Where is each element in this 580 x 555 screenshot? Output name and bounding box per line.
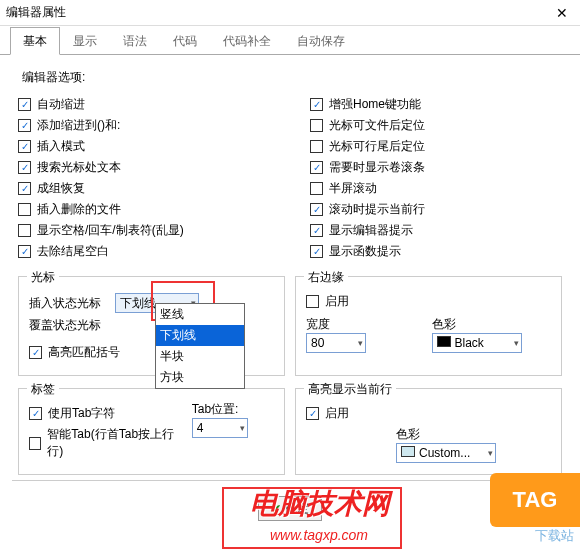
left-opt-label-7: 去除结尾空白 xyxy=(37,243,109,260)
close-icon[interactable]: ✕ xyxy=(550,5,574,21)
margin-color-label: 色彩 xyxy=(432,316,552,333)
cursor-opt-3[interactable]: 方块 xyxy=(156,367,244,388)
smart-tab-label: 智能Tab(行首Tab按上行行) xyxy=(47,426,181,460)
tab-pos-label: Tab位置: xyxy=(192,401,274,418)
cursor-dropdown[interactable]: 竖线 下划线 半块 方块 xyxy=(155,303,245,389)
cursor-opt-2[interactable]: 半块 xyxy=(156,346,244,367)
smart-tab-checkbox[interactable] xyxy=(29,437,41,450)
color-swatch-black xyxy=(437,336,451,347)
right-opt-checkbox-5[interactable]: ✓ xyxy=(310,203,323,216)
editor-options-label: 编辑器选项: xyxy=(22,69,562,86)
left-opt-label-2: 插入模式 xyxy=(37,138,85,155)
right-opt-label-1: 光标可文件后定位 xyxy=(329,117,425,134)
cursor-opt-0[interactable]: 竖线 xyxy=(156,304,244,325)
right-opt-label-4: 半屏滚动 xyxy=(329,180,377,197)
left-opt-checkbox-2[interactable]: ✓ xyxy=(18,140,31,153)
right-opt-checkbox-6[interactable]: ✓ xyxy=(310,224,323,237)
left-opt-checkbox-7[interactable]: ✓ xyxy=(18,245,31,258)
left-opt-label-4: 成组恢复 xyxy=(37,180,85,197)
margin-width-combo[interactable]: 80 ▾ xyxy=(306,333,366,353)
hl-color-value: Custom... xyxy=(419,446,470,460)
chevron-down-icon: ▾ xyxy=(358,338,363,348)
margin-color-value: Black xyxy=(455,336,484,350)
tab-syntax[interactable]: 语法 xyxy=(110,27,160,55)
right-opt-checkbox-0[interactable]: ✓ xyxy=(310,98,323,111)
right-opt-checkbox-4[interactable] xyxy=(310,182,323,195)
color-swatch-custom xyxy=(401,446,415,457)
margin-width-label: 宽度 xyxy=(306,316,426,333)
tabs-group-title: 标签 xyxy=(27,381,59,398)
left-opt-checkbox-1[interactable]: ✓ xyxy=(18,119,31,132)
left-opt-checkbox-0[interactable]: ✓ xyxy=(18,98,31,111)
tab-code[interactable]: 代码 xyxy=(160,27,210,55)
highlight-brackets-checkbox[interactable]: ✓ xyxy=(29,346,42,359)
watermark-brand: 电脑技术网 xyxy=(250,485,390,523)
window-title: 编辑器属性 xyxy=(6,4,550,21)
right-opt-label-3: 需要时显示卷滚条 xyxy=(329,159,425,176)
margin-color-combo[interactable]: Black ▾ xyxy=(432,333,522,353)
right-opt-label-2: 光标可行尾后定位 xyxy=(329,138,425,155)
tab-pos-combo[interactable]: 4 ▾ xyxy=(192,418,248,438)
right-opt-checkbox-1[interactable] xyxy=(310,119,323,132)
tag-badge: TAG xyxy=(490,473,580,527)
chevron-down-icon: ▾ xyxy=(488,448,493,458)
chevron-down-icon: ▾ xyxy=(514,338,519,348)
use-tab-checkbox[interactable]: ✓ xyxy=(29,407,42,420)
right-opt-label-5: 滚动时提示当前行 xyxy=(329,201,425,218)
right-opt-checkbox-2[interactable] xyxy=(310,140,323,153)
overwrite-cursor-label: 覆盖状态光标 xyxy=(29,317,109,334)
highlight-brackets-label: 高亮匹配括号 xyxy=(48,344,120,361)
left-opt-label-3: 搜索光标处文本 xyxy=(37,159,121,176)
right-opt-checkbox-7[interactable]: ✓ xyxy=(310,245,323,258)
cursor-group-title: 光标 xyxy=(27,269,59,286)
tab-pos-value: 4 xyxy=(197,421,204,435)
left-opt-label-1: 添加缩进到()和: xyxy=(37,117,120,134)
margin-enable-checkbox[interactable] xyxy=(306,295,319,308)
tab-basic[interactable]: 基本 xyxy=(10,27,60,55)
hl-enable-label: 启用 xyxy=(325,405,349,422)
left-opt-checkbox-4[interactable]: ✓ xyxy=(18,182,31,195)
left-opt-label-5: 插入删除的文件 xyxy=(37,201,121,218)
margin-width-value: 80 xyxy=(311,336,324,350)
hl-enable-checkbox[interactable]: ✓ xyxy=(306,407,319,420)
right-opt-label-7: 显示函数提示 xyxy=(329,243,401,260)
highlight-line-group-title: 高亮显示当前行 xyxy=(304,381,396,398)
right-margin-group-title: 右边缘 xyxy=(304,269,348,286)
hl-color-label: 色彩 xyxy=(396,426,551,443)
tab-display[interactable]: 显示 xyxy=(60,27,110,55)
left-opt-checkbox-5[interactable] xyxy=(18,203,31,216)
use-tab-label: 使用Tab字符 xyxy=(48,405,115,422)
left-opt-label-0: 自动缩进 xyxy=(37,96,85,113)
left-opt-checkbox-3[interactable]: ✓ xyxy=(18,161,31,174)
watermark-url: www.tagxp.com xyxy=(270,527,368,543)
divider xyxy=(12,480,568,481)
insert-cursor-value: 下划线 xyxy=(120,295,156,312)
left-opt-label-6: 显示空格/回车/制表符(乱显) xyxy=(37,222,184,239)
right-opt-checkbox-3[interactable]: ✓ xyxy=(310,161,323,174)
tab-bar: 基本 显示 语法 代码 代码补全 自动保存 xyxy=(0,26,580,55)
margin-enable-label: 启用 xyxy=(325,293,349,310)
chevron-down-icon: ▾ xyxy=(240,423,245,433)
tab-autosave[interactable]: 自动保存 xyxy=(284,27,358,55)
hl-color-combo[interactable]: Custom... ▾ xyxy=(396,443,496,463)
insert-cursor-label: 插入状态光标 xyxy=(29,295,109,312)
tab-complete[interactable]: 代码补全 xyxy=(210,27,284,55)
left-opt-checkbox-6[interactable] xyxy=(18,224,31,237)
right-opt-label-0: 增强Home键功能 xyxy=(329,96,421,113)
tag-sub: 下载站 xyxy=(535,527,574,545)
cursor-opt-1[interactable]: 下划线 xyxy=(156,325,244,346)
right-opt-label-6: 显示编辑器提示 xyxy=(329,222,413,239)
